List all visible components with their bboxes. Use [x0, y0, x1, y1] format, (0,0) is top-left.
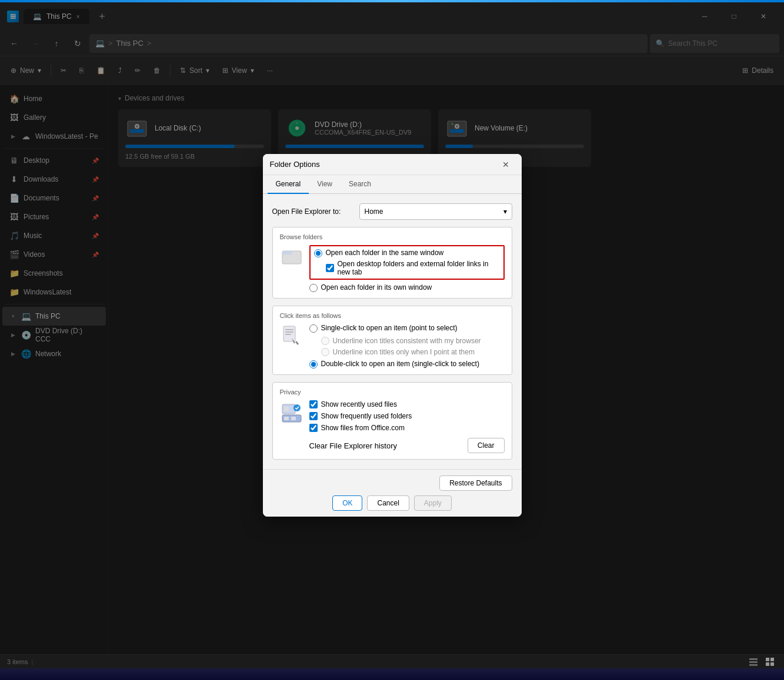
click-items-row: Single-click to open an item (point to s…	[280, 324, 505, 369]
restore-row: Restore Defaults	[272, 475, 512, 491]
ok-btn[interactable]: OK	[332, 495, 362, 511]
clear-history-label: Clear File Explorer history	[309, 441, 398, 450]
browse-row: Open each folder in the same window Open…	[280, 245, 505, 292]
privacy-icon	[280, 400, 303, 424]
dialog-buttons: OK Cancel Apply	[272, 495, 512, 511]
dialog-body: Open File Explorer to: Home ▾ Browse fol…	[263, 194, 522, 469]
dialog-title: Folder Options	[270, 160, 497, 169]
browse-checkbox-1-item: Open desktop folders and external folder…	[326, 260, 500, 276]
browse-highlight-box: Open each folder in the same window Open…	[309, 245, 505, 280]
privacy-check-2-input[interactable]	[309, 412, 318, 420]
select-arrow: ▾	[503, 207, 507, 216]
browse-radio-1-item: Open each folder in the same window	[314, 249, 500, 257]
cancel-btn[interactable]: Cancel	[367, 495, 409, 511]
click-radio-2-label: Double-click to open an item (single-cli…	[321, 360, 479, 368]
dialog-close-btn[interactable]: ✕	[497, 156, 515, 173]
click-sub-radio-2-input[interactable]	[321, 348, 329, 356]
privacy-check-1-label: Show recently used files	[321, 400, 397, 408]
tab-search[interactable]: Search	[341, 175, 379, 194]
browse-folders-section: Browse folders	[272, 227, 512, 299]
svg-rect-24	[282, 251, 292, 254]
click-radio-1-item: Single-click to open an item (point to s…	[309, 324, 505, 333]
privacy-check-3-label: Show files from Office.com	[321, 424, 405, 432]
folder-options-dialog: Folder Options ✕ General View Search Ope…	[263, 154, 522, 517]
privacy-check-2-item: Show frequently used folders	[309, 412, 505, 420]
click-radio-1-input[interactable]	[309, 324, 318, 333]
browse-folders-title: Browse folders	[280, 233, 505, 240]
privacy-check-1-input[interactable]	[309, 400, 318, 408]
dialog-tabs: General View Search	[263, 175, 522, 194]
browse-checkbox-1-input[interactable]	[326, 264, 334, 272]
privacy-check-3-input[interactable]	[309, 424, 318, 432]
browse-checkbox-1-label: Open desktop folders and external folder…	[338, 260, 500, 276]
click-items-title: Click items as follows	[280, 312, 505, 319]
privacy-check-1-item: Show recently used files	[309, 400, 505, 408]
browse-radio-2-input[interactable]	[309, 284, 318, 292]
browse-radio-2-label: Open each folder in its own window	[321, 283, 432, 292]
svg-rect-33	[291, 417, 296, 420]
tab-general[interactable]: General	[268, 175, 309, 194]
click-radio-1-label: Single-click to open an item (point to s…	[321, 324, 458, 332]
svg-rect-25	[283, 326, 295, 341]
click-sub-radio-2-label: Underline icon titles only when I point …	[333, 348, 475, 356]
click-sub-radio-1-label: Underline icon titles consistent with my…	[333, 337, 481, 345]
svg-rect-32	[284, 417, 289, 420]
click-radio-2-input[interactable]	[309, 360, 318, 369]
privacy-check-3-item: Show files from Office.com	[309, 424, 505, 432]
privacy-options: Show recently used files Show frequently…	[309, 400, 505, 453]
click-icon	[280, 324, 303, 347]
click-items-section: Click items as follows	[272, 306, 512, 375]
apply-btn[interactable]: Apply	[414, 495, 452, 511]
click-sub-radio-1-item: Underline icon titles consistent with my…	[321, 336, 505, 345]
privacy-title: Privacy	[280, 388, 505, 396]
privacy-section: Privacy	[272, 382, 512, 460]
clear-history-row: Clear File Explorer history Clear	[309, 436, 505, 453]
browse-radio-2-item: Open each folder in its own window	[309, 283, 505, 292]
open-file-explorer-label: Open File Explorer to:	[272, 207, 355, 216]
privacy-row: Show recently used files Show frequently…	[280, 400, 505, 453]
open-file-explorer-row: Open File Explorer to: Home ▾	[272, 203, 512, 220]
dialog-titlebar: Folder Options ✕	[263, 154, 522, 175]
restore-defaults-btn[interactable]: Restore Defaults	[439, 475, 512, 491]
browse-radio-group: Open each folder in the same window Open…	[309, 245, 505, 292]
click-radio-group: Single-click to open an item (point to s…	[309, 324, 505, 369]
click-sub-radio-group: Underline icon titles consistent with my…	[321, 336, 505, 356]
click-sub-radio-1-input[interactable]	[321, 337, 329, 345]
browse-icon	[280, 245, 303, 269]
browse-radio-1-input[interactable]	[314, 249, 322, 257]
dialog-overlay: Folder Options ✕ General View Search Ope…	[0, 2, 784, 668]
click-sub-radio-2-item: Underline icon titles only when I point …	[321, 347, 505, 356]
click-radio-2-item: Double-click to open an item (single-cli…	[309, 360, 505, 369]
select-value: Home	[365, 207, 383, 216]
open-file-explorer-select[interactable]: Home ▾	[359, 203, 512, 220]
svg-rect-30	[284, 407, 289, 411]
bottom-taskbar	[0, 668, 784, 680]
dialog-footer: Restore Defaults OK Cancel Apply	[263, 469, 522, 517]
clear-btn[interactable]: Clear	[468, 438, 505, 453]
browse-radio-1-label: Open each folder in the same window	[326, 249, 444, 257]
tab-view[interactable]: View	[309, 175, 341, 194]
privacy-check-2-label: Show frequently used folders	[321, 412, 412, 420]
